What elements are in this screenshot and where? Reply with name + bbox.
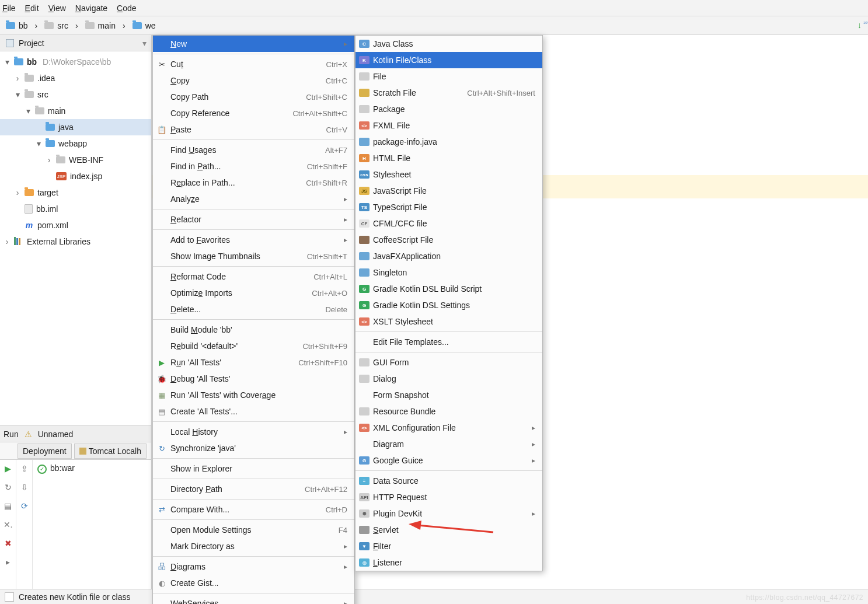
menu-item[interactable]: CFCFML/CFC file	[355, 215, 542, 232]
menu-item[interactable]: ≡Data Source	[355, 473, 542, 489]
status-icon[interactable]	[5, 592, 14, 602]
menu-item[interactable]: ✺Plugin DevKit▸	[355, 505, 542, 522]
tree-node-idea[interactable]: ›.idea	[0, 70, 151, 86]
menu-edit[interactable]: Edit	[25, 4, 39, 13]
menu-item[interactable]: 品Diagrams▸	[153, 558, 354, 575]
menu-item[interactable]: ↻Synchronize 'java'	[153, 440, 354, 456]
menu-item[interactable]: Replace in Path...Ctrl+Shift+R	[153, 174, 354, 191]
menu-item[interactable]: Open Module SettingsF4	[153, 522, 354, 538]
menu-item[interactable]: ◐Create Gist...	[153, 575, 354, 591]
menu-item[interactable]: HHTML File	[355, 150, 542, 166]
tree-node-java[interactable]: java	[0, 119, 151, 135]
menu-item[interactable]: <>FXML File	[355, 117, 542, 134]
layout-icon[interactable]: ▤	[3, 501, 13, 511]
menu-item[interactable]: Singleton	[355, 264, 542, 281]
menu-item[interactable]: GUI Form	[355, 354, 542, 371]
menu-item[interactable]: Show in Explorer	[153, 460, 354, 477]
deploy-icon[interactable]: ⇪	[19, 463, 30, 474]
tree-node-src[interactable]: ▾src	[0, 86, 151, 103]
stop-icon[interactable]: ✖	[3, 538, 13, 549]
menu-item[interactable]: New▸	[153, 36, 354, 52]
undeploy-icon[interactable]: ⇩	[19, 482, 30, 493]
menu-item[interactable]: ▶Run 'All Tests'Ctrl+Shift+F10	[153, 354, 354, 371]
menu-item[interactable]: Resource Bundle	[355, 403, 542, 420]
menu-item[interactable]: Package	[355, 101, 542, 117]
menu-navigate[interactable]: Navigate	[75, 4, 107, 13]
menu-item[interactable]: Local History▸	[153, 424, 354, 440]
rerun-icon[interactable]: ↻	[3, 482, 13, 493]
tree-node-indexjsp[interactable]: JSPindex.jsp	[0, 168, 151, 184]
menu-item[interactable]: ⇄Compare With...Ctrl+D	[153, 501, 354, 518]
menu-item[interactable]: CoffeeScript File	[355, 232, 542, 248]
menu-item[interactable]: CJava Class	[355, 36, 542, 52]
menu-item[interactable]: Diagram▸	[355, 436, 542, 452]
menu-item[interactable]: ◎Listener	[355, 554, 542, 571]
tree-node-root[interactable]: ▾bbD:\WokerSpace\bb	[0, 54, 151, 70]
menu-item[interactable]: JSJavaScript File	[355, 183, 542, 199]
tree-node-webinf[interactable]: ›WEB-INF	[0, 152, 151, 168]
menu-item[interactable]: Scratch FileCtrl+Alt+Shift+Insert	[355, 85, 542, 101]
menu-file[interactable]: File	[2, 4, 16, 13]
menu-item[interactable]: APIHTTP Request	[355, 489, 542, 505]
menu-item[interactable]: Dialog	[355, 371, 542, 387]
menu-item[interactable]: JavaFXApplication	[355, 248, 542, 264]
tab-tomcat[interactable]: Tomcat Localh	[74, 444, 147, 459]
dropdown-icon[interactable]: ▾	[142, 39, 147, 48]
menu-item[interactable]: KKotlin File/Class	[355, 52, 542, 68]
menu-item[interactable]: Show Image ThumbnailsCtrl+Shift+T	[153, 248, 354, 264]
menu-item[interactable]: GGradle Kotlin DSL Settings	[355, 297, 542, 313]
menu-item[interactable]: ✂CutCtrl+X	[153, 56, 354, 72]
tree-node-webapp[interactable]: ▾webapp	[0, 135, 151, 152]
menu-item[interactable]: File	[355, 68, 542, 85]
menu-item[interactable]: Add to Favorites▸	[153, 232, 354, 248]
menu-item[interactable]: GGoogle Guice▸	[355, 452, 542, 469]
artifact-row[interactable]: ✓bb:war	[37, 463, 147, 474]
menu-item[interactable]: Refactor▸	[153, 211, 354, 228]
breadcrumb-we[interactable]: we	[130, 20, 158, 32]
menu-item[interactable]: cssStylesheet	[355, 166, 542, 183]
menu-item[interactable]: Optimize ImportsCtrl+Alt+O	[153, 285, 354, 301]
menu-item[interactable]: Find UsagesAlt+F7	[153, 142, 354, 158]
breadcrumb-bb[interactable]: bb	[4, 20, 30, 32]
menu-item[interactable]: Servlet	[355, 522, 542, 538]
menu-item[interactable]: Delete...Delete	[153, 301, 354, 317]
breadcrumb-main[interactable]: main	[83, 20, 118, 32]
menu-item[interactable]: Mark Directory as▸	[153, 538, 354, 554]
tab-deployment[interactable]: Deployment	[18, 444, 72, 459]
menu-item[interactable]: Rebuild '<default>'Ctrl+Shift+F9	[153, 338, 354, 354]
menu-item[interactable]: <>XML Configuration File▸	[355, 420, 542, 436]
tree-node-pom[interactable]: mpom.xml	[0, 217, 151, 233]
menu-item[interactable]: TSTypeScript File	[355, 199, 542, 215]
menu-item[interactable]: <>XSLT Stylesheet	[355, 313, 542, 330]
menu-item[interactable]: Build Module 'bb'	[153, 322, 354, 338]
run-icon[interactable]: ▶	[3, 463, 13, 474]
tree-node-bbiml[interactable]: bb.iml	[0, 201, 151, 217]
tree-node-target[interactable]: ›target	[0, 184, 151, 201]
menu-item[interactable]: CopyCtrl+C	[153, 72, 354, 89]
menu-item[interactable]: Copy ReferenceCtrl+Alt+Shift+C	[153, 105, 354, 121]
download-icon[interactable]	[857, 20, 868, 31]
refresh-icon[interactable]: ⟳	[19, 501, 30, 511]
menu-item[interactable]: Find in Path...Ctrl+Shift+F	[153, 158, 354, 174]
menu-item[interactable]: Reformat CodeCtrl+Alt+L	[153, 268, 354, 285]
tree-node-main[interactable]: ▾main	[0, 103, 151, 119]
menu-item[interactable]: Copy PathCtrl+Shift+C	[153, 89, 354, 105]
breadcrumb-src[interactable]: src	[42, 20, 71, 32]
menu-item[interactable]: ▤Create 'All Tests'...	[153, 403, 354, 420]
menu-item[interactable]: Edit File Templates...	[355, 334, 542, 350]
pin-icon[interactable]: ✕.	[3, 519, 13, 530]
menu-item[interactable]: package-info.java	[355, 134, 542, 150]
menu-item[interactable]: GGradle Kotlin DSL Build Script	[355, 281, 542, 297]
tree-node-external-libs[interactable]: ›External Libraries	[0, 233, 151, 250]
menu-view[interactable]: View	[48, 4, 66, 13]
menu-item[interactable]: Analyze▸	[153, 191, 354, 207]
menu-item[interactable]: 🐞Debug 'All Tests'	[153, 371, 354, 387]
project-pane-header[interactable]: Project ▾	[0, 35, 151, 51]
run-pane-header[interactable]: Run ⚠ Unnamed	[0, 426, 151, 442]
menu-item[interactable]: ▼Filter	[355, 538, 542, 554]
menu-item[interactable]: 📋PasteCtrl+V	[153, 121, 354, 138]
more-icon[interactable]: ▸	[3, 557, 13, 567]
menu-item[interactable]: Directory PathCtrl+Alt+F12	[153, 481, 354, 497]
menu-code[interactable]: Code	[117, 4, 136, 13]
menu-item[interactable]: ▦Run 'All Tests' with Coverage	[153, 387, 354, 403]
